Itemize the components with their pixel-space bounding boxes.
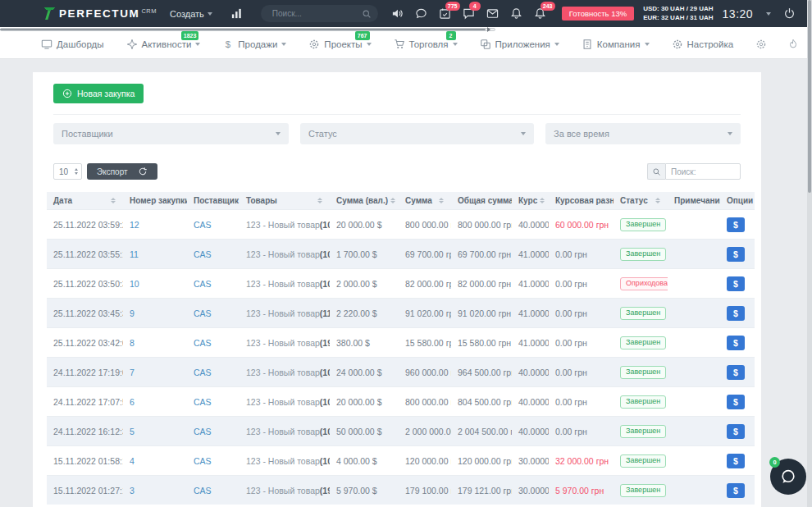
- supplier-link[interactable]: CAS: [194, 279, 212, 289]
- nav-item-company[interactable]: Компания: [582, 39, 650, 50]
- purchase-number-link[interactable]: 3: [130, 486, 135, 496]
- sort-icon[interactable]: [655, 198, 660, 203]
- supplier-link[interactable]: CAS: [194, 338, 212, 348]
- nav-item-projects[interactable]: Проекты 767: [308, 39, 371, 50]
- payment-option-button[interactable]: $: [727, 365, 745, 380]
- nav-item-trade[interactable]: Торговля 2: [394, 39, 458, 50]
- payment-option-button[interactable]: $: [727, 483, 745, 498]
- app-logo[interactable]: PERFECTUM CRM: [43, 6, 157, 21]
- payment-option-button[interactable]: $: [727, 247, 745, 262]
- new-purchase-button[interactable]: Новая закупка: [53, 84, 144, 103]
- supplier-link[interactable]: CAS: [194, 486, 212, 496]
- supplier-link[interactable]: CAS: [194, 249, 212, 259]
- purchases-table: Дата Номер закупки Поставщик Товары Сумм…: [47, 192, 755, 505]
- column-header[interactable]: Товары: [239, 192, 330, 209]
- payment-option-button[interactable]: $: [727, 217, 745, 232]
- supplier-link[interactable]: CAS: [194, 308, 212, 318]
- column-header[interactable]: Курс: [512, 192, 549, 209]
- filter-select[interactable]: За все время: [545, 123, 741, 144]
- filter-select[interactable]: Статус: [300, 123, 534, 144]
- supplier-link[interactable]: CAS: [194, 427, 212, 436]
- supplier-link[interactable]: CAS: [194, 397, 212, 407]
- chevron-down-icon: [453, 43, 458, 46]
- horizontal-scrollbar[interactable]: [0, 27, 495, 32]
- purchase-number-link[interactable]: 4: [130, 456, 135, 466]
- column-header[interactable]: Дата: [47, 192, 123, 209]
- search-icon[interactable]: [362, 9, 372, 19]
- purchase-number-link[interactable]: 11: [130, 249, 139, 259]
- purchase-number-link[interactable]: 8: [130, 338, 135, 348]
- nav-settings-button[interactable]: [755, 39, 767, 50]
- refresh-icon[interactable]: [138, 167, 148, 176]
- vertical-scrollbar[interactable]: [807, 0, 812, 507]
- payment-option-button[interactable]: $: [727, 454, 745, 468]
- table-body: 25.11.2022 03:59:21 12 CAS 123 - Новый т…: [47, 209, 755, 505]
- chat-button[interactable]: 4: [463, 7, 476, 21]
- profile-chevron-down-icon[interactable]: [766, 12, 771, 16]
- cell-rate-difference: 0.00 грн: [549, 269, 614, 298]
- sort-icon[interactable]: [317, 198, 322, 203]
- nav-item-activities[interactable]: Активности 1823: [126, 39, 201, 50]
- global-search-input[interactable]: [271, 8, 362, 19]
- column-header-label: Примечания: [674, 196, 720, 205]
- table-search: [647, 163, 741, 180]
- cell-total-amount: 15 580.00 грн: [451, 328, 512, 357]
- supplier-link[interactable]: CAS: [194, 368, 212, 377]
- purchase-number-link[interactable]: 9: [130, 308, 135, 318]
- column-header[interactable]: Статус: [614, 192, 668, 209]
- payment-option-button[interactable]: $: [727, 336, 745, 350]
- chat-widget-button[interactable]: 0: [770, 459, 806, 495]
- purchase-number-link[interactable]: 12: [130, 220, 139, 230]
- column-header[interactable]: Общая сумма: [451, 192, 512, 209]
- mail-button[interactable]: [486, 7, 500, 21]
- cell-amount: 82 000.00 грн: [399, 269, 451, 298]
- sort-icon[interactable]: [390, 198, 395, 203]
- nav-item-sales[interactable]: Продажи: [222, 39, 286, 50]
- table-header-row: Дата Номер закупки Поставщик Товары Сумм…: [47, 192, 755, 209]
- page-size-select[interactable]: 10: [53, 163, 82, 180]
- column-header[interactable]: Номер закупки: [123, 192, 187, 209]
- reminders-button[interactable]: [510, 7, 523, 21]
- nav-item-badge: 2: [446, 31, 456, 40]
- payment-option-button[interactable]: $: [727, 306, 745, 321]
- cell-rate-difference: 0.00 грн: [549, 417, 614, 445]
- hot-actions-button[interactable]: [787, 39, 799, 50]
- filter-select[interactable]: Поставщики: [53, 123, 289, 144]
- table-search-input[interactable]: [665, 163, 741, 180]
- purchase-number-link[interactable]: 10: [130, 279, 139, 289]
- comments-button[interactable]: [415, 7, 428, 21]
- nav-item-settings[interactable]: Настройка: [672, 39, 734, 50]
- sound-button[interactable]: [391, 7, 404, 21]
- tasks-button[interactable]: 775: [439, 7, 452, 21]
- nav-item-dashboards[interactable]: Дашборды: [41, 39, 104, 50]
- readiness-button[interactable]: Готовность 13%: [562, 7, 634, 21]
- payment-option-button[interactable]: $: [727, 395, 745, 409]
- column-header-label: Курсовая разница: [555, 196, 614, 205]
- purchase-number-link[interactable]: 7: [130, 368, 135, 377]
- column-header[interactable]: Опции: [720, 192, 755, 209]
- supplier-link[interactable]: CAS: [194, 456, 212, 466]
- notifications-button[interactable]: 243: [534, 7, 547, 21]
- supplier-link[interactable]: CAS: [194, 220, 212, 230]
- column-header[interactable]: Сумма (вал.): [330, 192, 399, 209]
- purchase-number-link[interactable]: 6: [130, 397, 135, 407]
- payment-option-button[interactable]: $: [727, 276, 745, 291]
- horizontal-scrollbar-thumb[interactable]: [0, 29, 486, 30]
- vertical-scrollbar-thumb[interactable]: [808, 0, 811, 193]
- column-header[interactable]: Примечания: [668, 192, 720, 209]
- purchase-number-link[interactable]: 5: [130, 427, 135, 436]
- column-header[interactable]: Сумма: [399, 192, 451, 209]
- export-button[interactable]: Экспорт: [87, 163, 157, 180]
- nav-item-apps[interactable]: Приложения: [480, 39, 559, 50]
- sort-icon[interactable]: [439, 198, 444, 203]
- column-header[interactable]: Курсовая разница: [549, 192, 614, 209]
- payment-option-button[interactable]: $: [727, 424, 745, 439]
- create-menu[interactable]: Создать: [170, 9, 212, 19]
- logout-button[interactable]: [783, 7, 796, 21]
- sort-icon[interactable]: [540, 198, 545, 203]
- table-search-icon-box: [647, 163, 665, 180]
- sort-icon[interactable]: [111, 198, 116, 203]
- analytics-button[interactable]: [230, 7, 243, 20]
- column-header[interactable]: Поставщик: [187, 192, 239, 209]
- scroll-right-arrow-icon[interactable]: [487, 27, 490, 32]
